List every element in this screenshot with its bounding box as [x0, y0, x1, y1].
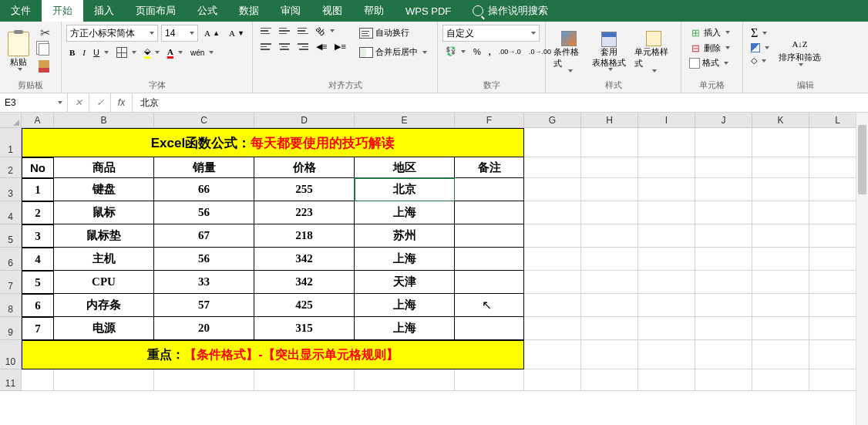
table-cell[interactable]: 上海: [355, 248, 455, 271]
formula-input[interactable]: 北京: [133, 93, 868, 112]
cell[interactable]: [752, 128, 809, 157]
cell[interactable]: [695, 340, 752, 369]
cell[interactable]: [638, 178, 695, 201]
row-head-6[interactable]: 6: [0, 248, 22, 271]
table-cell[interactable]: 218: [254, 224, 355, 248]
cell[interactable]: [638, 248, 695, 271]
table-cell[interactable]: 223: [254, 201, 355, 224]
table-cell[interactable]: 56: [154, 248, 254, 271]
table-cell[interactable]: 电源: [54, 317, 154, 340]
cell[interactable]: [581, 248, 638, 271]
cell[interactable]: [638, 224, 695, 248]
insert-function-button[interactable]: fx: [111, 93, 133, 112]
tab-help[interactable]: 帮助: [353, 0, 395, 22]
align-right-button[interactable]: [294, 40, 311, 53]
col-head-H[interactable]: H: [581, 113, 638, 128]
cell[interactable]: [524, 201, 581, 224]
tab-data[interactable]: 数据: [228, 0, 270, 22]
cell[interactable]: [254, 369, 355, 391]
col-head-A[interactable]: A: [22, 113, 54, 128]
footer-banner[interactable]: 重点：【条件格式】-【突出显示单元格规则】: [22, 340, 524, 369]
row-head-10[interactable]: 10: [0, 340, 22, 369]
col-head-C[interactable]: C: [154, 113, 254, 128]
paste-button[interactable]: 粘贴: [5, 25, 32, 78]
cell[interactable]: [524, 369, 581, 391]
cell[interactable]: [524, 224, 581, 248]
table-cell[interactable]: 33: [154, 271, 254, 294]
row-head-8[interactable]: 8: [0, 294, 22, 317]
table-cell[interactable]: 6: [22, 294, 54, 317]
row-head-11[interactable]: 11: [0, 369, 22, 391]
cell[interactable]: [752, 340, 809, 369]
font-color-button[interactable]: A: [164, 46, 186, 60]
table-cell[interactable]: [455, 224, 524, 248]
align-top-button[interactable]: [257, 25, 274, 37]
cell[interactable]: [638, 340, 695, 369]
cell[interactable]: [752, 294, 809, 317]
cell[interactable]: [695, 224, 752, 248]
tab-view[interactable]: 视图: [311, 0, 353, 22]
cut-button[interactable]: ✂: [35, 25, 54, 40]
orientation-button[interactable]: ab: [313, 25, 338, 37]
number-format-combo[interactable]: 自定义: [442, 25, 540, 42]
table-cell[interactable]: 键盘: [54, 178, 154, 201]
table-header[interactable]: No: [22, 157, 54, 178]
cell[interactable]: [695, 317, 752, 340]
row-head-5[interactable]: 5: [0, 224, 22, 248]
increase-font-button[interactable]: A▲: [201, 27, 223, 39]
cell[interactable]: [638, 317, 695, 340]
bold-button[interactable]: B: [66, 46, 78, 59]
tab-file[interactable]: 文件: [0, 0, 42, 22]
cell[interactable]: [581, 201, 638, 224]
insert-cells-button[interactable]: ⊞插入: [686, 25, 738, 40]
cell[interactable]: [524, 128, 581, 157]
cell-area[interactable]: Excel函数公式：每天都要使用的技巧解读No商品销量价格地区备注1键盘6625…: [22, 128, 866, 391]
cell[interactable]: [752, 178, 809, 201]
table-cell[interactable]: 342: [254, 248, 355, 271]
cell[interactable]: [581, 271, 638, 294]
cell[interactable]: [695, 157, 752, 178]
table-cell[interactable]: 425: [254, 294, 355, 317]
table-cell[interactable]: 2: [22, 201, 54, 224]
cell[interactable]: [695, 369, 752, 391]
cell[interactable]: [752, 248, 809, 271]
col-head-E[interactable]: E: [355, 113, 455, 128]
cell[interactable]: [581, 317, 638, 340]
table-cell[interactable]: [455, 201, 524, 224]
table-cell[interactable]: [455, 294, 524, 317]
format-painter-button[interactable]: [35, 59, 54, 74]
cell[interactable]: [581, 128, 638, 157]
cell[interactable]: [638, 271, 695, 294]
tab-insert[interactable]: 插入: [83, 0, 125, 22]
table-cell[interactable]: 上海: [355, 294, 455, 317]
table-cell[interactable]: 67: [154, 224, 254, 248]
font-size-combo[interactable]: 14: [161, 25, 198, 42]
increase-decimal-button[interactable]: .00→.0: [496, 45, 524, 58]
table-cell[interactable]: 4: [22, 248, 54, 271]
row-head-1[interactable]: 1: [0, 128, 22, 157]
table-header[interactable]: 商品: [54, 157, 154, 178]
align-left-button[interactable]: [257, 40, 274, 53]
select-all-corner[interactable]: [0, 113, 22, 128]
cell[interactable]: [54, 369, 154, 391]
table-cell[interactable]: 66: [154, 178, 254, 201]
cell[interactable]: [581, 157, 638, 178]
fill-button[interactable]: [748, 42, 772, 54]
tab-formula[interactable]: 公式: [187, 0, 228, 22]
cell[interactable]: [752, 157, 809, 178]
col-head-D[interactable]: D: [254, 113, 355, 128]
table-cell[interactable]: 56: [154, 201, 254, 224]
conditional-format-button[interactable]: 条件格式: [550, 25, 587, 78]
table-cell[interactable]: 20: [154, 317, 254, 340]
table-cell[interactable]: 北京: [355, 178, 455, 201]
percent-button[interactable]: %: [470, 45, 484, 58]
cell[interactable]: [22, 369, 54, 391]
enter-button[interactable]: ✓: [89, 93, 111, 112]
col-head-G[interactable]: G: [524, 113, 581, 128]
cell[interactable]: [752, 224, 809, 248]
table-cell[interactable]: [455, 178, 524, 201]
table-cell[interactable]: 鼠标垫: [54, 224, 154, 248]
cell[interactable]: [524, 248, 581, 271]
cell[interactable]: [581, 369, 638, 391]
cell[interactable]: [695, 271, 752, 294]
